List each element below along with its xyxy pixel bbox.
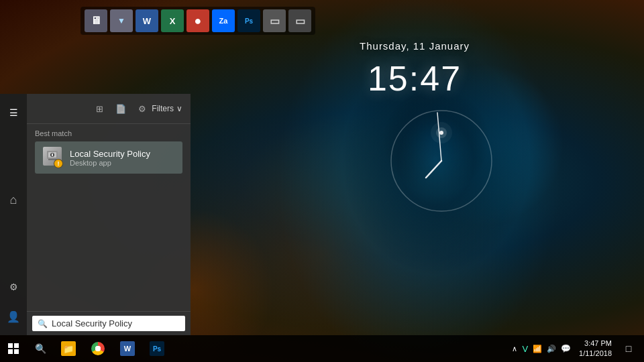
date-display: Thursday, 11 January [360,40,470,52]
taskbar-date: 1/11/2018 [579,349,612,359]
svg-rect-16 [14,349,19,354]
tab-all-apps[interactable]: ⊞ [90,99,109,118]
taskbar-app-photoshop[interactable]: Ps [142,335,172,362]
filters-button[interactable]: Filters ∨ [152,104,182,113]
tray-vpn-icon[interactable]: V [521,343,529,355]
svg-line-7 [437,113,441,161]
best-match-result-item[interactable]: ! Local Security Policy Desktop app [35,141,182,174]
search-tabs: ⊞ 📄 ⚙ [90,99,152,118]
tray-up-arrow[interactable]: ∧ [511,343,519,355]
sidebar-home-icon[interactable]: ⌂ [1,188,25,212]
notification-center-button[interactable]: □ [619,335,639,362]
start-menu-sidebar: ☰ ⌂ ⚙ 👤 [0,94,27,335]
svg-line-6 [426,161,441,178]
best-match-section: Best match ! Local Secu [27,124,191,176]
taskbar-time: 3:47 PM [579,339,612,349]
sidebar-user-icon[interactable]: 👤 [1,304,25,328]
tray-network-icon[interactable]: 📶 [531,343,543,355]
app-type: Desktop app [70,159,176,167]
svg-point-3 [436,127,447,138]
top-app-zalo[interactable]: Za [212,9,235,32]
search-input-container: 🔍 [32,316,185,331]
search-taskbar-icon: 🔍 [35,343,46,354]
sidebar-hamburger-menu[interactable]: ☰ [1,101,25,125]
taskbar-right: ∧ V 📶 🔊 💬 3:47 PM 1/11/2018 □ [511,335,644,362]
top-app-red[interactable]: ● [186,9,209,32]
taskbar-app-file-explorer[interactable]: 📁 [54,335,83,362]
taskbar-apps: 📁 W Ps [54,335,172,362]
digital-clock: 15:47 [360,58,470,99]
top-app-monitor[interactable]: 🖥 [85,9,107,32]
clock-area: Thursday, 11 January 15:47 [360,40,470,99]
chevron-down-icon: ∨ [176,104,182,113]
search-input[interactable] [52,318,180,328]
taskbar: 🔍 📁 W Ps ∧ V 📶 [0,335,644,362]
tray-volume-icon[interactable]: 🔊 [545,343,557,355]
top-app-word[interactable]: W [136,9,158,32]
taskbar-app-chrome[interactable] [83,335,113,362]
chrome-icon [91,342,105,355]
system-tray: ∧ V 📶 🔊 💬 [511,343,572,355]
taskbar-app-word[interactable]: W [113,335,142,362]
search-panel-header: ⊞ 📄 ⚙ Filters ∨ [27,94,191,124]
tray-message-icon[interactable]: 💬 [559,343,572,355]
taskbar-left: 🔍 📁 W Ps [0,335,511,362]
svg-point-4 [431,122,452,143]
svg-point-2 [439,131,443,135]
top-app-excel[interactable]: X [161,9,184,32]
top-app-filter[interactable]: ▼ [110,9,133,32]
best-match-label: Best match [35,129,182,137]
file-explorer-icon: 📁 [61,341,76,356]
search-box-area: 🔍 [27,311,191,335]
app-info: Local Security Policy Desktop app [70,149,176,167]
sidebar-settings-icon[interactable]: ⚙ [1,275,25,299]
top-taskbar: 🖥 ▼ W X ● Za Ps ▭ ▭ [80,7,315,35]
tab-documents[interactable]: 📄 [111,99,130,118]
top-app-misc1[interactable]: ▭ [263,9,286,32]
app-icon-security: ! [42,147,63,168]
search-icon: 🔍 [38,319,48,328]
svg-point-1 [382,87,490,194]
notification-icon: □ [626,343,631,354]
taskbar-clock[interactable]: 3:47 PM 1/11/2018 [575,339,616,359]
app-name: Local Security Policy [70,149,176,159]
top-app-misc2[interactable]: ▭ [288,9,311,32]
svg-rect-12 [52,154,53,156]
word-icon: W [120,341,135,356]
start-button[interactable] [0,335,27,362]
svg-rect-14 [14,343,19,348]
top-app-photoshop[interactable]: Ps [237,9,260,32]
svg-point-5 [391,111,492,211]
tab-settings[interactable]: ⚙ [133,99,152,118]
search-panel: ⊞ 📄 ⚙ Filters ∨ Best match [27,94,191,335]
taskbar-search-button[interactable]: 🔍 [27,335,54,362]
svg-rect-15 [8,349,13,354]
photoshop-icon: Ps [150,341,164,356]
desktop: Thursday, 11 January 15:47 🖥 ▼ W X ● Za … [0,0,644,362]
security-icon-badge: ! [54,159,63,168]
svg-rect-13 [8,343,13,348]
